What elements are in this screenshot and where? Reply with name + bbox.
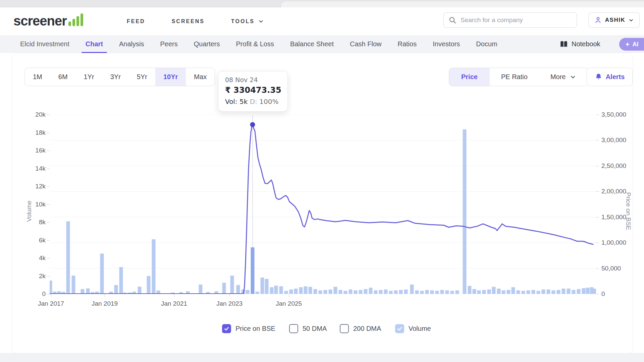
range-5yr[interactable]: 5Yr — [129, 68, 155, 86]
right-tick-mark — [596, 115, 599, 115]
hover-marker-dot — [250, 122, 255, 127]
alerts-button[interactable]: Alerts — [587, 68, 633, 86]
right-tick-mark — [596, 268, 599, 269]
x-axis-tick: Jan 2021 — [151, 300, 198, 307]
top-nav: FEED SCREENS TOOLS — [127, 7, 264, 35]
left-tick-mark — [47, 222, 50, 223]
left-axis-tick: 6k — [25, 237, 46, 244]
tab-chart[interactable]: Chart — [86, 35, 103, 53]
more-dropdown[interactable]: More — [539, 68, 588, 86]
segment-pe-ratio[interactable]: PE Ratio — [490, 68, 539, 86]
chevron-down-icon — [258, 18, 264, 24]
left-tick-mark — [47, 169, 50, 169]
notebook-button[interactable]: Notebook — [559, 35, 600, 53]
price-volume-chart — [50, 115, 596, 294]
chart-tooltip: 08 Nov 24 ₹ 330473.35 Vol: 5k D: 100% — [218, 71, 288, 112]
gridlines — [50, 115, 596, 294]
sparkle-icon: ✦ — [625, 41, 630, 48]
x-tick-mark — [229, 294, 230, 297]
unchecked-checkbox[interactable] — [340, 324, 349, 333]
range-3yr[interactable]: 3Yr — [102, 68, 129, 86]
left-tick-mark — [47, 150, 50, 151]
range-max[interactable]: Max — [186, 68, 215, 86]
page: screener FEED SCREENS TOOLS Search for a… — [0, 0, 644, 362]
notebook-label: Notebook — [572, 40, 600, 48]
left-axis-tick: 0 — [25, 290, 46, 298]
page-background-strip — [0, 353, 644, 362]
tab-balance-sheet[interactable]: Balance Sheet — [290, 35, 334, 53]
range-selector: 1M6M1Yr3Yr5Yr10YrMax — [24, 68, 215, 86]
range-6m[interactable]: 6M — [50, 68, 76, 86]
company-name[interactable]: Elcid Investment — [20, 40, 69, 48]
left-tick-mark — [47, 186, 50, 187]
legend-label: 50 DMA — [303, 325, 327, 333]
legend-200-dma[interactable]: 200 DMA — [340, 323, 381, 334]
right-axis-tick: 1,50,000 — [601, 214, 626, 221]
logo-text: screener — [13, 13, 67, 28]
ai-label: AI — [632, 41, 638, 48]
screener-logo[interactable]: screener — [13, 13, 83, 28]
segment-price[interactable]: Price — [449, 68, 490, 86]
plot-area[interactable]: 02k4k6k8k10k12k14k16k18k20k050,0001,00,0… — [50, 115, 596, 294]
right-tick-mark — [596, 294, 599, 294]
range-10yr[interactable]: 10Yr — [155, 68, 186, 86]
legend-50-dma[interactable]: 50 DMA — [289, 323, 327, 334]
company-nav: Elcid Investment ChartAnalysisPeersQuart… — [0, 35, 644, 53]
browser-tab-shape — [281, 1, 644, 7]
user-name: ASHIK — [605, 17, 625, 23]
tab-peers[interactable]: Peers — [160, 35, 177, 53]
left-axis-tick: 20k — [25, 111, 46, 118]
series-toggle: Price PE Ratio More — [449, 68, 588, 86]
left-tick-mark — [47, 258, 50, 258]
nav-item-tools[interactable]: TOOLS — [231, 18, 264, 24]
ai-button[interactable]: ✦ AI — [619, 38, 644, 51]
left-axis-tick: 14k — [25, 165, 46, 172]
legend-price-on-bse[interactable]: Price on BSE — [222, 323, 275, 334]
nav-item-feed[interactable]: FEED — [127, 18, 145, 24]
x-tick-mark — [174, 294, 174, 297]
search-placeholder: Search for a company — [461, 16, 523, 24]
search-input[interactable]: Search for a company — [443, 12, 577, 28]
left-axis-tick: 16k — [25, 147, 46, 154]
alerts-label: Alerts — [606, 73, 625, 81]
legend-volume[interactable]: Volume — [395, 323, 431, 334]
right-axis-tick: 3,50,000 — [601, 111, 626, 118]
right-tick-mark — [596, 166, 599, 166]
left-tick-mark — [47, 204, 50, 205]
range-1m[interactable]: 1M — [25, 68, 50, 86]
x-axis-tick: Jan 2025 — [265, 300, 312, 307]
unchecked-checkbox[interactable] — [289, 324, 298, 333]
left-tick-mark — [47, 115, 50, 115]
range-1yr[interactable]: 1Yr — [76, 68, 102, 86]
app-header: screener FEED SCREENS TOOLS Search for a… — [0, 7, 644, 35]
nav-item-screens[interactable]: SCREENS — [172, 18, 205, 24]
checked-checkbox[interactable] — [222, 324, 231, 333]
user-icon — [594, 16, 602, 24]
right-axis-tick: 0 — [601, 290, 605, 298]
tab-docum[interactable]: Docum — [476, 35, 497, 53]
legend-label: Volume — [409, 325, 431, 333]
user-menu-button[interactable]: ASHIK — [588, 12, 640, 28]
x-axis-tick: Jan 2017 — [28, 300, 74, 307]
x-tick-mark — [51, 294, 51, 297]
search-icon — [448, 16, 457, 24]
x-axis-tick: Jan 2019 — [81, 300, 128, 307]
right-tick-mark — [596, 140, 599, 140]
tab-analysis[interactable]: Analysis — [119, 35, 144, 53]
tab-ratios[interactable]: Ratios — [398, 35, 417, 53]
tooltip-volume-delivery: Vol: 5k D: 100% — [225, 98, 287, 106]
browser-top-strip — [0, 0, 644, 7]
highlighted-volume-bar — [251, 247, 255, 294]
logo-bars-icon — [68, 13, 83, 26]
x-axis-tick: Jan 2023 — [206, 300, 253, 307]
right-tick-mark — [596, 191, 599, 192]
legend-label: Price on BSE — [235, 325, 275, 333]
tooltip-price: ₹ 330473.35 — [225, 85, 287, 95]
tab-cash-flow[interactable]: Cash Flow — [350, 35, 381, 53]
left-tick-mark — [47, 240, 50, 241]
checked-checkbox[interactable] — [395, 324, 404, 333]
left-tick-mark — [47, 294, 50, 294]
tab-quarters[interactable]: Quarters — [194, 35, 220, 53]
tab-profit-loss[interactable]: Profit & Loss — [236, 35, 274, 53]
tab-investors[interactable]: Investors — [433, 35, 460, 53]
